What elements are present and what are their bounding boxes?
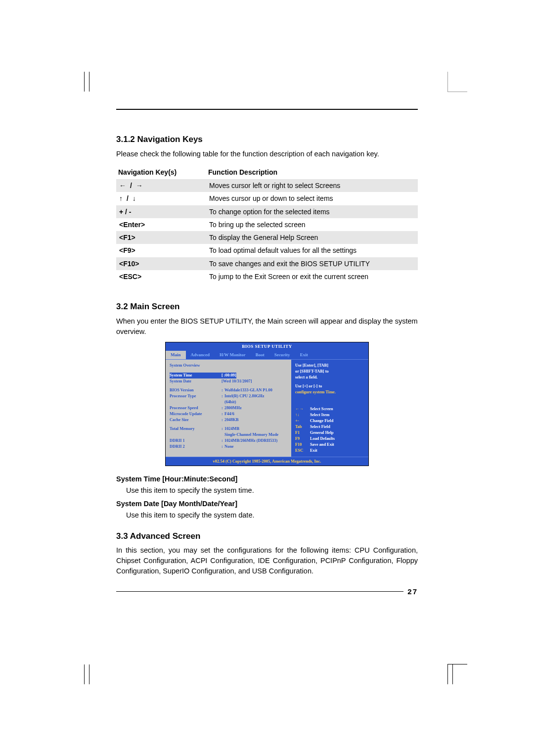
bios-left-panel: System Overview System Time[ :00:09] Sys… xyxy=(166,360,291,457)
page-number: 27 xyxy=(116,591,418,603)
bios-date-value: [Wed 10/31/2007] xyxy=(222,378,252,384)
bios-key-row: ↑↓Select Item xyxy=(295,412,364,418)
bios-key-row: +-Change Field xyxy=(295,418,364,424)
nav-key: <F10> xyxy=(116,257,206,270)
nav-desc: Moves cursor up or down to select items xyxy=(206,192,418,205)
nav-desc: To display the General Help Screen xyxy=(206,231,418,244)
heading-312: 3.1.2 Navigation Keys xyxy=(116,134,418,146)
bios-help-line: select a field. xyxy=(295,375,364,380)
nav-key: ← / → xyxy=(116,179,206,192)
nav-desc: To load optimal default values for all t… xyxy=(206,244,418,257)
bios-footer: v02.54 (C) Copyright 1985-2005, American… xyxy=(166,457,368,465)
bios-key-row: TabSelect Field xyxy=(295,424,364,430)
system-date-heading: System Date [Day Month/Date/Year] xyxy=(116,499,418,509)
bios-key-row: ←→Select Screen xyxy=(295,406,364,412)
bios-title: BIOS SETUP UTILITY xyxy=(166,342,368,351)
bios-date-label: System Date xyxy=(170,378,222,384)
nav-key: <F1> xyxy=(116,231,206,244)
nav-desc: To save changes and exit the BIOS SETUP … xyxy=(206,257,418,270)
intro-32: When you enter the BIOS SETUP UTILITY, t… xyxy=(116,316,418,337)
bios-tabs: MainAdvancedH/W MonitorBootSecurityExit xyxy=(166,351,368,359)
bios-info-row: Cache Size: 2048KB xyxy=(170,417,287,423)
bios-screenshot: BIOS SETUP UTILITY MainAdvancedH/W Monit… xyxy=(165,342,369,466)
nav-key: <Enter> xyxy=(116,218,206,231)
system-time-desc: Use this item to specify the system time… xyxy=(126,485,418,496)
nav-desc: To change option for the selected items xyxy=(206,205,418,218)
bios-key-row: F1General Help xyxy=(295,430,364,436)
heading-32: 3.2 Main Screen xyxy=(116,301,418,313)
bios-overview-label: System Overview xyxy=(170,363,287,369)
bios-info-row: Single-Channel Memory Mode xyxy=(170,432,287,438)
th-keys: Navigation Key(s) xyxy=(116,165,206,179)
bios-info-row: BIOS Version: Wolfdale1333-GLAN P1.00 xyxy=(170,387,287,393)
bios-key-row: ESCExit xyxy=(295,448,364,454)
bios-key-row: F10Save and Exit xyxy=(295,442,364,448)
bios-tab: Boot xyxy=(251,351,269,359)
nav-key: ↑ / ↓ xyxy=(116,192,206,205)
system-time-heading: System Time [Hour:Minute:Second] xyxy=(116,474,418,484)
intro-33: In this section, you may set the configu… xyxy=(116,545,418,576)
nav-desc: To bring up the selected screen xyxy=(206,218,418,231)
navigation-keys-table: Navigation Key(s) Function Description ←… xyxy=(116,165,418,284)
intro-312: Please check the following table for the… xyxy=(116,149,418,159)
nav-key: <F9> xyxy=(116,244,206,257)
heading-33: 3.3 Advanced Screen xyxy=(116,530,418,543)
bios-help-line: Use [Enter], [TAB] xyxy=(295,363,364,369)
bios-help-line: configure system Time. xyxy=(295,389,364,395)
bios-key-row: F9Load Defaults xyxy=(295,436,364,442)
bios-info-row: DDRII 2: None xyxy=(170,444,287,450)
nav-key: <ESC> xyxy=(116,270,206,283)
bios-help-line: or [SHIFT-TAB] to xyxy=(295,369,364,375)
bios-time-value: [ :00:09] xyxy=(222,373,236,378)
bios-info-row: Processor Speed: 2800MHz xyxy=(170,405,287,411)
bios-tab: Advanced xyxy=(186,351,215,359)
th-desc: Function Description xyxy=(206,165,418,179)
nav-key: + / - xyxy=(116,205,206,218)
bios-info-row: Processor Type: Intel(R) CPU 2.80GHz xyxy=(170,393,287,399)
nav-desc: Moves cursor left or right to select Scr… xyxy=(206,179,418,192)
bios-time-label: System Time xyxy=(170,373,222,378)
nav-desc: To jump to the Exit Screen or exit the c… xyxy=(206,270,418,283)
bios-tab: Main xyxy=(166,351,186,359)
bios-help-line: Use [+] or [-] to xyxy=(295,383,364,389)
system-date-desc: Use this item to specify the system date… xyxy=(126,510,418,520)
bios-info-row: Microcode Update: F44/6 xyxy=(170,411,287,417)
bios-help-panel: Use [Enter], [TAB] or [SHIFT-TAB] to sel… xyxy=(291,360,368,457)
bios-tab: H/W Monitor xyxy=(215,351,251,359)
bios-info-row: DDRII 1: 1024MB/266MHz (DDRII533) xyxy=(170,438,287,444)
bios-info-row: Total Memory: 1024MB xyxy=(170,426,287,432)
bios-tab: Security xyxy=(269,351,295,359)
bios-info-row: (64bit) xyxy=(170,399,287,405)
bios-tab: Exit xyxy=(295,351,313,359)
